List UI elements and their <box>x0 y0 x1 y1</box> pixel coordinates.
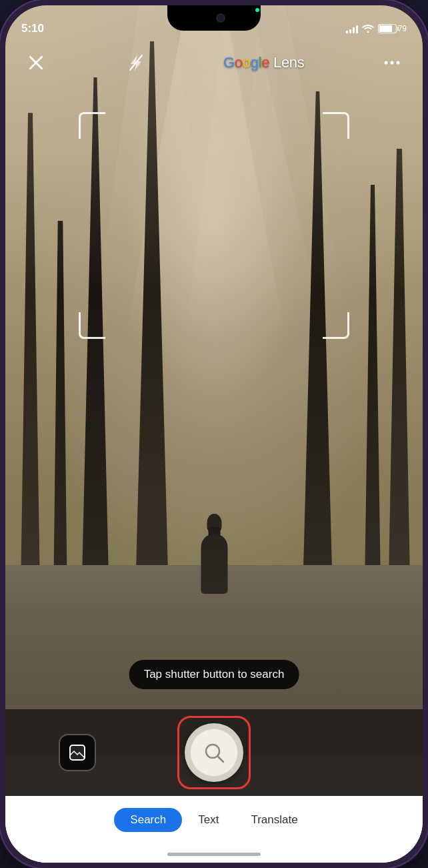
tab-search[interactable]: Search <box>114 808 182 832</box>
phone-screen: 5:10 <box>5 5 423 863</box>
lens-toolbar: Google Lens <box>5 43 423 83</box>
tab-text-label: Text <box>198 813 219 826</box>
signal-bar-4 <box>356 25 358 33</box>
battery-level: 79 <box>398 24 407 33</box>
status-right-icons: 79 <box>346 23 407 35</box>
more-icon <box>384 61 400 65</box>
gallery-icon <box>69 744 86 761</box>
search-lens-icon <box>202 741 226 765</box>
close-icon <box>29 55 43 70</box>
svg-point-8 <box>390 61 393 65</box>
shutter-container <box>185 723 243 782</box>
tab-search-label: Search <box>130 813 166 826</box>
close-button[interactable] <box>24 51 48 75</box>
shutter-button[interactable] <box>185 723 243 782</box>
phone-frame: 5:10 <box>0 0 428 868</box>
svg-line-13 <box>217 756 223 762</box>
viewfinder-corner-tl <box>79 112 105 139</box>
flash-off-icon <box>129 54 143 71</box>
svg-point-9 <box>396 61 399 65</box>
gallery-button[interactable] <box>59 734 96 771</box>
battery-indicator: 79 <box>378 24 407 33</box>
tab-text[interactable]: Text <box>182 808 235 832</box>
home-indicator[interactable] <box>167 853 261 856</box>
notch <box>167 5 261 31</box>
signal-bar-2 <box>349 29 351 33</box>
status-time: 5:10 <box>21 22 44 35</box>
signal-bar-3 <box>353 27 355 33</box>
viewfinder-frame <box>79 112 349 339</box>
flash-button[interactable] <box>124 51 148 75</box>
viewfinder-corner-bl <box>79 312 105 339</box>
viewfinder-corner-tr <box>323 112 349 139</box>
bottom-controls: Search Text Translate <box>5 709 423 863</box>
app-title: Google Lens <box>223 54 304 71</box>
signal-bar-1 <box>346 31 348 33</box>
tab-translate[interactable]: Translate <box>235 808 313 832</box>
battery-icon <box>378 24 397 33</box>
front-camera <box>216 13 225 23</box>
signal-strength-icon <box>346 24 358 33</box>
shutter-tooltip: Tap shutter button to search <box>129 660 299 689</box>
svg-point-7 <box>384 61 387 65</box>
tooltip-text: Tap shutter button to search <box>144 668 285 681</box>
shutter-inner <box>190 729 238 777</box>
battery-fill <box>379 25 392 32</box>
more-options-button[interactable] <box>380 51 404 75</box>
wifi-icon <box>362 23 374 35</box>
camera-controls-area <box>5 709 423 796</box>
viewfinder-corner-br <box>323 312 349 339</box>
camera-indicator <box>255 8 259 12</box>
tab-translate-label: Translate <box>251 813 297 826</box>
